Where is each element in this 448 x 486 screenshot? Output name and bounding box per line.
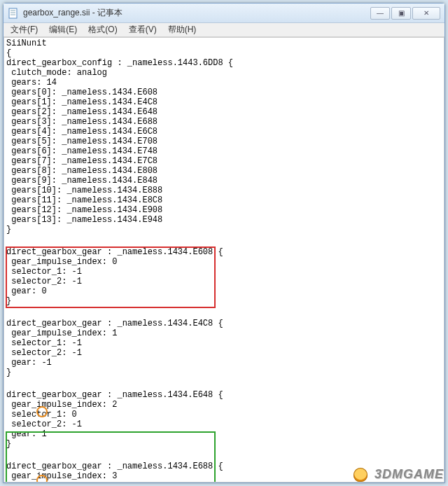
code-block-config: SiiNunit { direct_gearbox_config : _name… — [4, 38, 444, 235]
menubar: 文件(F) 编辑(E) 格式(O) 查看(V) 帮助(H) — [4, 23, 444, 37]
menu-file[interactable]: 文件(F) — [6, 24, 42, 36]
notepad-window: gearbox_range.sii - 记事本 — ▣ ✕ 文件(F) 编辑(E… — [3, 3, 445, 483]
window-buttons: — ▣ ✕ — [370, 7, 440, 20]
code-blank-3 — [4, 450, 444, 461]
menu-edit[interactable]: 编辑(E) — [45, 24, 81, 36]
titlebar[interactable]: gearbox_range.sii - 记事本 — ▣ ✕ — [4, 4, 444, 23]
minimize-button[interactable]: — — [370, 7, 390, 20]
window-title: gearbox_range.sii - 记事本 — [23, 7, 370, 19]
code-blank-1 — [4, 307, 444, 318]
watermark: 3DMGAME — [354, 467, 444, 482]
code-blank-0 — [4, 235, 444, 247]
code-block-gear1: direct_gearbox_gear : _nameless.1434.E4C… — [4, 318, 444, 378]
code-block-gear0: direct_gearbox_gear : _nameless.1434.E60… — [4, 247, 444, 307]
code-block-gear2: direct_gearbox_gear : _nameless.1434.E64… — [4, 389, 444, 450]
maximize-button[interactable]: ▣ — [391, 7, 411, 20]
text-area[interactable]: SiiNunit { direct_gearbox_config : _name… — [4, 37, 444, 482]
code-blank-2 — [4, 378, 444, 389]
menu-format[interactable]: 格式(O) — [84, 24, 121, 36]
svg-rect-0 — [9, 8, 17, 18]
close-button[interactable]: ✕ — [412, 7, 440, 20]
menu-help[interactable]: 帮助(H) — [164, 24, 201, 36]
notepad-icon — [8, 8, 19, 19]
watermark-text: 3DMGAME — [374, 467, 444, 481]
menu-view[interactable]: 查看(V) — [125, 24, 161, 36]
